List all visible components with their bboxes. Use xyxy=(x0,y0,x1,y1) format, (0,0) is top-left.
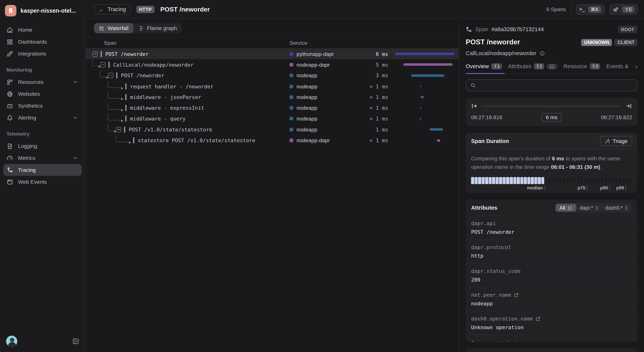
sidebar-item-label: Websites xyxy=(18,91,78,97)
span-subtitle: CallLocal/nodeapp/neworder xyxy=(466,50,536,56)
service-name: nodeapp xyxy=(296,116,317,122)
attribute-filters: All11dapr.*3dash0.*3 xyxy=(555,203,632,212)
chevron-down-icon xyxy=(73,155,78,161)
tabs-overflow-chevron[interactable]: › xyxy=(635,63,638,70)
collapse-toggle[interactable] xyxy=(116,127,121,132)
external-link-icon[interactable] xyxy=(535,316,540,321)
sidebar-item-dashboards[interactable]: Dashboards xyxy=(3,36,82,48)
more-attributes-count: 6 xyxy=(471,340,474,342)
sidebar-item-alerting[interactable]: Alerting xyxy=(3,112,82,124)
sidebar-item-resources[interactable]: Resources xyxy=(3,76,82,88)
sidebar-item-home[interactable]: Home xyxy=(3,24,82,36)
attribute-key: dapr.protocol xyxy=(471,244,511,250)
triage-button[interactable]: Triage xyxy=(600,136,632,146)
waterfall-row[interactable]: CallLocal/nodeapp/newordernodeapp-dapr5 … xyxy=(86,59,459,70)
attribute-key: dapr.api xyxy=(471,220,496,226)
sidebar-item-websites[interactable]: Websites xyxy=(3,88,82,100)
sidebar-item-logging[interactable]: Logging xyxy=(3,140,82,152)
explore-button[interactable]: ⇧E xyxy=(610,4,638,15)
more-attributes-row[interactable]: 6 more attributes › xyxy=(466,335,638,342)
span-waterfall-bar[interactable] xyxy=(437,139,440,142)
waterfall-row[interactable]: statestore POST /v1.0/state/statestoreno… xyxy=(86,135,459,146)
sidebar-item-synthetics[interactable]: Synthetics xyxy=(3,100,82,112)
waterfall-row[interactable]: middleware - jsonParsernodeapp< 1 ms xyxy=(86,92,459,103)
search-input[interactable] xyxy=(479,82,633,89)
percentile-tick xyxy=(587,186,588,191)
chevron-down-icon xyxy=(73,115,78,121)
histogram-cell xyxy=(492,177,495,184)
service-name: nodeapp-dapr xyxy=(296,62,330,68)
percentile-label-p75: p75 xyxy=(578,185,587,190)
histogram-cell xyxy=(503,177,506,184)
tab-count: 11 xyxy=(546,64,557,69)
collapse-toggle[interactable] xyxy=(100,62,106,67)
sidebar-item-label: Resources xyxy=(18,79,68,85)
attribute-filter-dapr[interactable]: dapr.*3 xyxy=(576,204,602,211)
details-tab-attributes[interactable]: Attributes⇧211 xyxy=(508,63,557,70)
span-waterfall-bar[interactable] xyxy=(411,74,444,77)
sidebar-item-label: Tracing xyxy=(18,167,78,173)
status-badge-unknown: UNKNOWN xyxy=(581,39,612,46)
span-waterfall-bar[interactable] xyxy=(395,53,455,55)
waterfall-row[interactable]: POST /neworderpythonapp-dapr6 ms xyxy=(86,49,459,59)
tab-kbd: ⇧3 xyxy=(590,63,600,70)
service-name: nodeapp xyxy=(296,94,317,100)
collapse-toggle[interactable] xyxy=(92,51,98,57)
waterfall-row[interactable]: request handler - /newordernodeapp< 1 ms xyxy=(86,81,459,92)
span-id-row: Span #a6a328b7b7132144 ROOT xyxy=(466,26,638,33)
span-title-row: POST /neworder UNKNOWN CLIENT xyxy=(466,38,638,47)
histogram-cell xyxy=(520,177,523,184)
attributes-card: Attributes All11dapr.*3dash0.*3 dapr.api… xyxy=(466,200,638,342)
details-tab-resource[interactable]: Resource⇧3 xyxy=(564,63,600,70)
span-id: #a6a328b7b7132144 xyxy=(492,26,544,33)
tree-connector xyxy=(108,92,122,99)
external-link-icon[interactable] xyxy=(514,292,519,297)
percentile-row: medianp75p90p99 xyxy=(471,185,632,192)
sidebar-item-label: Web Events xyxy=(18,179,78,185)
span-waterfall-bar[interactable] xyxy=(420,118,421,120)
details-search[interactable] xyxy=(466,79,638,91)
sidebar-item-web-events[interactable]: Web Events xyxy=(3,176,82,188)
info-icon[interactable] xyxy=(539,51,545,56)
attribute-value: POST /neworder xyxy=(471,229,632,235)
tab-flame-graph[interactable]: Flame graph xyxy=(134,23,182,33)
waterfall-row[interactable]: middleware - querynodeapp< 1 ms xyxy=(86,113,459,124)
span-waterfall-bar[interactable] xyxy=(420,107,421,109)
service-color-dot xyxy=(290,95,293,99)
sidebar-item-label: Home xyxy=(18,27,78,33)
sidebar-item-integrations[interactable]: Integrations xyxy=(3,48,82,60)
waterfall-row[interactable]: middleware - expressInitnodeapp< 1 ms xyxy=(86,103,459,113)
http-method-badge: HTTP xyxy=(136,6,154,13)
span-waterfall-bar[interactable] xyxy=(403,64,452,66)
attribute-key: dapr.status_code xyxy=(471,268,520,274)
span-name: POST /v1.0/state/statestore xyxy=(129,127,212,133)
file-code-icon xyxy=(6,143,13,149)
sidebar-item-metrics[interactable]: Metrics xyxy=(3,152,82,164)
attribute-row: net.peer.namenodeapp xyxy=(466,287,638,311)
histogram-cell xyxy=(471,177,474,184)
collapse-toggle[interactable] xyxy=(108,73,113,78)
attribute-filter-dash0[interactable]: dash0.*3 xyxy=(602,204,631,211)
span-bar-track xyxy=(393,70,456,81)
org-switcher[interactable]: kasper-nissen-otel... xyxy=(0,0,85,22)
blocks-icon xyxy=(6,79,13,85)
attributes-header: Attributes All11dapr.*3dash0.*3 xyxy=(466,200,638,216)
attribute-filter-all[interactable]: All11 xyxy=(556,204,576,211)
user-avatar[interactable] xyxy=(6,335,18,347)
sidebar-collapse-button[interactable] xyxy=(72,338,79,345)
span-waterfall-bar[interactable] xyxy=(420,96,424,98)
waterfall-row[interactable]: POST /newordernodeapp3 ms xyxy=(86,70,459,81)
span-bar-track xyxy=(393,81,456,92)
tab-waterfall[interactable]: Waterfall xyxy=(94,23,133,33)
back-to-tracing-button[interactable]: ← Tracing xyxy=(94,4,130,14)
sidebar-item-tracing[interactable]: Tracing xyxy=(3,164,82,176)
column-header-service: Service xyxy=(290,40,362,46)
sidebar-item-label: Synthetics xyxy=(18,103,78,109)
details-tab-events-[interactable]: Events & xyxy=(606,63,628,70)
command-palette-button[interactable]: >_ ⌘K xyxy=(576,4,604,15)
waterfall-row[interactable]: POST /v1.0/state/statestorenodeapp1 ms xyxy=(86,124,459,135)
span-waterfall-bar[interactable] xyxy=(420,85,421,88)
span-color-tick xyxy=(100,51,102,57)
details-tab-overview[interactable]: Overview⇧1 xyxy=(466,63,502,70)
span-waterfall-bar[interactable] xyxy=(430,128,443,131)
